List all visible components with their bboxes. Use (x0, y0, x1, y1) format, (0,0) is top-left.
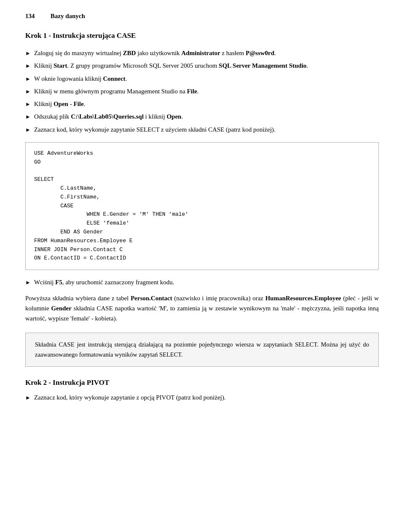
bold-text: Gender (51, 305, 72, 312)
list-item: ► Kliknij w menu głównym programu Manage… (25, 87, 379, 96)
arrow-icon: ► (25, 49, 31, 58)
bold-text: Connect (103, 75, 125, 82)
bullet-text: Zaznacz kod, który wykonuje zapytanie z … (34, 393, 379, 402)
bullet-text: W oknie logowania kliknij Connect. (34, 74, 379, 84)
list-item: ► Zaznacz kod, który wykonuje zapytanie … (25, 393, 379, 402)
bullet-text: Kliknij Start. Z grupy programów Microso… (34, 61, 379, 71)
bold-text: ZBD (123, 50, 136, 56)
bullet-text: Zaloguj się do maszyny wirtualnej ZBD ja… (34, 48, 379, 58)
step2-bullet-list: ► Zaznacz kod, który wykonuje zapytanie … (25, 393, 379, 402)
bullet-text: Kliknij w menu głównym programu Manageme… (34, 87, 379, 96)
bold-text: P@ssw0rd (246, 50, 274, 56)
bullet-text: Kliknij Open - File. (34, 99, 379, 109)
description-paragraph: Powyższa składnia wybiera dane z tabel P… (25, 293, 379, 323)
page-header: 134 Bazy danych (25, 13, 379, 20)
bold-text: C:\Labs\Lab05\Queries.sql (71, 113, 144, 120)
bold-text: Start (53, 62, 67, 69)
bold-text: SQL Server Management Studio (219, 62, 306, 69)
bold-text: F5 (55, 279, 62, 286)
list-item: ► Zaznacz kod, który wykonuje zapytanie … (25, 125, 379, 135)
bullet-text: Zaznacz kod, który wykonuje zapytanie SE… (34, 125, 379, 135)
bullet-text: Odszukaj plik C:\Labs\Lab05\Queries.sql … (34, 112, 379, 122)
arrow-icon: ► (25, 87, 31, 96)
info-box-text: Składnia CASE jest instrukcją sterującą … (35, 341, 369, 357)
bold-text: Open - File (53, 101, 84, 107)
bold-text: Administrator (181, 50, 221, 56)
step1-heading: Krok 1 - Instrukcja sterująca CASE (25, 32, 379, 40)
page: 134 Bazy danych Krok 1 - Instrukcja ster… (0, 0, 404, 425)
bold-text: Open (167, 113, 181, 120)
arrow-icon: ► (25, 75, 31, 83)
list-item: ► Kliknij Start. Z grupy programów Micro… (25, 61, 379, 71)
arrow-icon: ► (25, 62, 31, 70)
list-item: ► Zaloguj się do maszyny wirtualnej ZBD … (25, 48, 379, 58)
code-block: USE AdventureWorks GO SELECT C.LastName,… (25, 142, 379, 270)
page-number: 134 (25, 13, 38, 20)
bold-text: File (187, 88, 197, 95)
step2-heading: Krok 2 - Instrukcja PIVOT (25, 378, 379, 387)
step1-bullet-f5-list: ► Wciśnij F5, aby uruchomić zaznaczony f… (25, 278, 379, 287)
bullet-text: Wciśnij F5, aby uruchomić zaznaczony fra… (34, 278, 379, 287)
arrow-icon: ► (25, 126, 31, 134)
list-item: ► Wciśnij F5, aby uruchomić zaznaczony f… (25, 278, 379, 287)
list-item: ► Odszukaj plik C:\Labs\Lab05\Queries.sq… (25, 112, 379, 122)
step1-bullet-list: ► Zaloguj się do maszyny wirtualnej ZBD … (25, 48, 379, 135)
bold-text: Person.Contact (130, 295, 172, 302)
arrow-icon: ► (25, 278, 31, 287)
list-item: ► W oknie logowania kliknij Connect. (25, 74, 379, 84)
chapter-title: Bazy danych (50, 13, 85, 20)
list-item: ► Kliknij Open - File. (25, 99, 379, 109)
bold-text: HumanResources.Employee (265, 295, 341, 302)
info-box: Składnia CASE jest instrukcją sterującą … (25, 333, 379, 366)
arrow-icon: ► (25, 113, 31, 121)
arrow-icon: ► (25, 100, 31, 109)
arrow-icon: ► (25, 394, 31, 402)
